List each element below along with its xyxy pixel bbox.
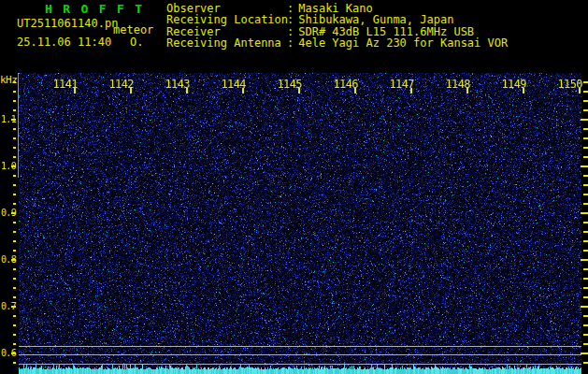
freq-minor-tick-right bbox=[583, 231, 588, 233]
freq-unit-label: kHz bbox=[0, 74, 17, 86]
time-tick bbox=[410, 88, 412, 94]
freq-minor-tick-left bbox=[13, 184, 16, 186]
reference-line bbox=[19, 346, 581, 347]
freq-minor-tick-left bbox=[13, 250, 16, 252]
freq-minor-tick-left bbox=[13, 81, 16, 83]
freq-minor-tick-right bbox=[583, 278, 588, 280]
time-tick bbox=[130, 88, 132, 94]
freq-minor-tick-left bbox=[13, 343, 16, 345]
freq-minor-tick-right bbox=[583, 296, 588, 298]
time-tick bbox=[242, 88, 244, 94]
time-tick bbox=[466, 88, 468, 94]
freq-major-tick-left bbox=[11, 306, 16, 308]
reference-line bbox=[19, 364, 581, 365]
freq-minor-tick-right bbox=[583, 100, 588, 102]
freq-minor-tick-right bbox=[583, 91, 588, 93]
freq-minor-tick-left bbox=[13, 156, 16, 158]
freq-major-tick-left bbox=[11, 165, 16, 167]
freq-minor-tick-left bbox=[13, 100, 16, 102]
freq-minor-tick-right bbox=[583, 250, 588, 252]
freq-minor-tick-left bbox=[13, 91, 16, 93]
hrofft-spectrogram-screen: H R O F F T UT2511061140.pn meteor 25.11… bbox=[0, 0, 588, 374]
freq-minor-tick-right bbox=[583, 324, 588, 326]
freq-major-tick-right bbox=[581, 306, 588, 308]
meteor-counter: O. bbox=[130, 36, 143, 49]
time-tick bbox=[186, 88, 188, 94]
freq-minor-tick-right bbox=[583, 334, 588, 336]
reference-line bbox=[19, 354, 581, 355]
info-separator: : bbox=[287, 14, 294, 25]
freq-minor-tick-right bbox=[583, 194, 588, 195]
freq-minor-tick-left bbox=[13, 240, 16, 242]
freq-minor-tick-left bbox=[13, 334, 16, 336]
time-tick bbox=[298, 88, 300, 94]
info-label: Receiving Antenna bbox=[166, 37, 285, 49]
info-label: Receiving Location bbox=[166, 14, 285, 25]
time-tick bbox=[354, 88, 356, 94]
freq-minor-tick-left bbox=[13, 128, 16, 130]
freq-minor-tick-right bbox=[583, 109, 588, 111]
freq-minor-tick-left bbox=[13, 137, 16, 139]
freq-minor-tick-left bbox=[13, 109, 16, 111]
info-row: Receiving Antenna:4ele Yagi Az 230 for K… bbox=[166, 37, 508, 49]
freq-minor-tick-right bbox=[583, 222, 588, 223]
freq-minor-tick-left bbox=[13, 175, 16, 177]
freq-major-tick-left bbox=[11, 352, 16, 354]
freq-minor-tick-right bbox=[583, 156, 588, 158]
freq-minor-tick-left bbox=[13, 268, 16, 270]
freq-minor-tick-right bbox=[583, 315, 588, 317]
freq-minor-tick-left bbox=[13, 296, 16, 298]
freq-minor-tick-left bbox=[13, 315, 16, 317]
datetime-label: 25.11.06 11:40 bbox=[17, 36, 111, 49]
freq-minor-tick-right bbox=[583, 147, 588, 149]
freq-major-tick-right bbox=[581, 259, 588, 261]
freq-minor-tick-right bbox=[583, 343, 588, 345]
info-value: 4ele Yagi Az 230 for Kansai VOR bbox=[298, 37, 508, 49]
info-value: Shibukawa, Gunma, Japan bbox=[298, 14, 453, 25]
observation-info: Observer:Masaki KanoReceiving Location:S… bbox=[166, 3, 508, 50]
freq-minor-tick-left bbox=[13, 324, 16, 326]
freq-major-tick-right bbox=[581, 212, 588, 214]
freq-major-tick-left bbox=[11, 212, 16, 214]
freq-minor-tick-right bbox=[583, 128, 588, 130]
freq-major-tick-left bbox=[11, 119, 16, 121]
info-separator: : bbox=[287, 37, 294, 49]
time-tick bbox=[523, 88, 524, 94]
freq-minor-tick-left bbox=[13, 278, 16, 280]
freq-minor-tick-right bbox=[583, 175, 588, 177]
left-axis-line bbox=[18, 73, 19, 178]
output-filename: UT2511061140.pn bbox=[17, 17, 118, 30]
freq-minor-tick-left bbox=[13, 194, 16, 195]
freq-major-tick-right bbox=[581, 119, 588, 121]
freq-minor-tick-right bbox=[583, 287, 588, 289]
freq-minor-tick-left bbox=[13, 287, 16, 289]
freq-major-tick-right bbox=[581, 165, 588, 167]
freq-minor-tick-right bbox=[583, 240, 588, 242]
freq-minor-tick-right bbox=[583, 362, 588, 364]
meteor-label: meteor bbox=[113, 23, 153, 36]
time-tick bbox=[74, 88, 76, 94]
freq-minor-tick-right bbox=[583, 268, 588, 270]
freq-minor-tick-right bbox=[583, 203, 588, 205]
info-row: Receiving Location:Shibukawa, Gunma, Jap… bbox=[166, 14, 508, 25]
freq-minor-tick-left bbox=[13, 147, 16, 149]
freq-minor-tick-right bbox=[583, 137, 588, 139]
freq-minor-tick-left bbox=[13, 203, 16, 205]
freq-minor-tick-left bbox=[13, 362, 16, 364]
app-title: H R O F F T bbox=[45, 2, 144, 16]
freq-minor-tick-left bbox=[13, 231, 16, 233]
time-tick bbox=[579, 88, 581, 94]
freq-minor-tick-left bbox=[13, 222, 16, 223]
spectrogram-canvas bbox=[19, 73, 581, 374]
freq-major-tick-left bbox=[11, 259, 16, 261]
freq-major-tick-right bbox=[581, 352, 588, 354]
freq-minor-tick-right bbox=[583, 184, 588, 186]
freq-minor-tick-right bbox=[583, 81, 588, 83]
